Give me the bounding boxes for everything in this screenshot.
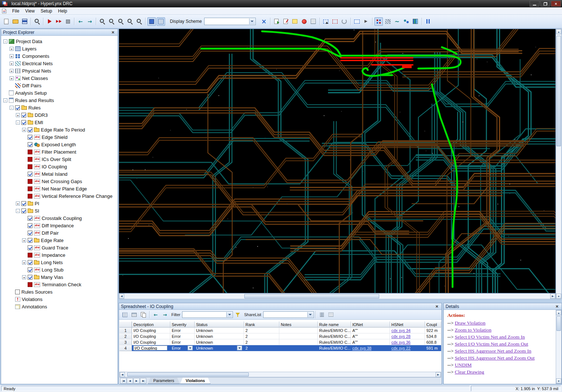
checkbox-checked[interactable]: [21, 209, 26, 213]
pause-button[interactable]: [424, 17, 432, 26]
document-menu-icon[interactable]: [2, 8, 7, 14]
stop-button[interactable]: [64, 17, 72, 26]
menu-item-setup[interactable]: Setup: [38, 8, 55, 14]
tree-item-ddr3[interactable]: +DDR3: [1, 111, 118, 119]
expand-icon[interactable]: +: [10, 62, 14, 66]
scroll-right-icon[interactable]: [550, 294, 555, 299]
checkbox-checked[interactable]: [28, 142, 32, 147]
scroll-up-icon[interactable]: [556, 310, 561, 315]
grid-view-button[interactable]: [327, 311, 335, 319]
canvas-horizontal-scrollbar[interactable]: [119, 293, 556, 299]
checkbox-checked[interactable]: [21, 201, 26, 206]
expand-icon[interactable]: +: [16, 202, 20, 206]
tree-item-metal-island[interactable]: dreMetal Island: [1, 170, 118, 178]
net-link[interactable]: cdx sys 34: [391, 328, 411, 333]
pan-cross-button[interactable]: [260, 17, 268, 26]
column-header-status[interactable]: Status: [195, 321, 244, 328]
zoom-fit-button[interactable]: [126, 17, 134, 26]
expand-icon[interactable]: +: [10, 69, 14, 73]
next-tab-button[interactable]: [133, 378, 140, 384]
tree-item-exposed-length[interactable]: Exposed Length: [1, 141, 118, 148]
run-all-button[interactable]: [55, 17, 63, 26]
restore-button[interactable]: [540, 1, 550, 7]
corner-cell[interactable]: [119, 321, 132, 328]
tree-item-diff-impedance[interactable]: dreDiff Impedance: [1, 222, 118, 229]
action-link-draw-violation[interactable]: Draw Violation: [455, 320, 485, 326]
table-row[interactable]: 3I/O CouplingErrorUnknown2Rules/EMI/IO C…: [119, 339, 441, 345]
checkbox-checked[interactable]: [21, 113, 26, 118]
zoom-area-button[interactable]: [135, 17, 143, 26]
checkbox-checked[interactable]: [28, 216, 32, 221]
tree-item-electrical-nets[interactable]: +Electrical Nets: [1, 60, 118, 67]
tree-item-analysis-setup[interactable]: Analysis Setup: [1, 89, 118, 97]
dashed-box-button[interactable]: [353, 17, 361, 26]
close-icon[interactable]: ×: [554, 304, 560, 309]
hatch-button[interactable]: [384, 17, 392, 26]
tree-item-diff-pair[interactable]: dreDiff Pair: [1, 229, 118, 237]
tree-item-ics-over-split[interactable]: dreICs Over Split: [1, 155, 118, 163]
tree-item-physical-nets[interactable]: +Physical Nets: [1, 67, 118, 74]
net-link[interactable]: cdx sys 36: [391, 340, 411, 344]
action-link-select-i-o-victim-net-and-zoom-out[interactable]: Select I/O Victim Net and Zoom Out: [455, 341, 528, 347]
checkbox-checked[interactable]: [28, 267, 32, 272]
run-button[interactable]: [45, 17, 54, 26]
scroll-up-icon[interactable]: [556, 29, 561, 34]
tree-item-many-vias[interactable]: +Many Vias: [1, 273, 118, 281]
expand-icon[interactable]: +: [10, 47, 14, 51]
tree-item-vertical-reference-plane-change[interactable]: dreVertical Reference Plane Change: [1, 192, 118, 200]
tree-item-filter-placement[interactable]: dreFilter Placement: [1, 148, 118, 155]
back-button[interactable]: [76, 17, 85, 26]
tree-item-si[interactable]: -SI: [1, 207, 118, 214]
tree-item-guard-trace[interactable]: dreGuard Trace: [1, 244, 118, 251]
table-row[interactable]: 1I/O CouplingErrorUnknown2Rules/EMI/IO C…: [119, 328, 441, 333]
tree-item-edge-rate-to-period[interactable]: +Edge Rate To Period: [1, 126, 118, 133]
column-header-rule-name[interactable]: Rule name: [318, 321, 351, 328]
select-area-button[interactable]: [331, 17, 339, 26]
tree-item-edge-shield[interactable]: dreEdge Shield: [1, 133, 118, 141]
pointer-button[interactable]: [362, 17, 370, 26]
column-header-ionet[interactable]: IONet: [351, 321, 390, 328]
canvas-vertical-scrollbar[interactable]: [556, 29, 562, 299]
tree-item-long-nets[interactable]: +Long Nets: [1, 259, 118, 266]
menu-item-file[interactable]: File: [9, 8, 22, 14]
checkbox-unchecked[interactable]: [28, 179, 32, 184]
open-button[interactable]: [11, 17, 20, 26]
print-preview-button[interactable]: [130, 311, 138, 319]
copy-button[interactable]: [139, 311, 147, 319]
comment-button[interactable]: [291, 17, 299, 26]
checkbox-checked[interactable]: [28, 135, 32, 140]
checkbox-checked[interactable]: [28, 275, 32, 280]
tree-item-rules-sources[interactable]: Rules Sources: [1, 288, 118, 295]
spreadsheet-horizontal-scrollbar[interactable]: [119, 372, 441, 377]
tree-item-edge-rate[interactable]: +Edge Rate: [1, 237, 118, 244]
select-net-button[interactable]: [322, 17, 330, 26]
action-link-zoom-to-violation[interactable]: Zoom to Violation: [455, 327, 491, 333]
notes-button[interactable]: [309, 17, 318, 26]
previous-tab-button[interactable]: [127, 378, 133, 384]
tree-item-project-data[interactable]: -Project Data: [1, 38, 118, 45]
find-button[interactable]: [33, 17, 41, 26]
tree-item-emi[interactable]: -EMI: [1, 119, 118, 126]
sheet-properties-button[interactable]: [121, 311, 129, 319]
chevron-down-icon[interactable]: [249, 18, 255, 24]
close-icon[interactable]: ×: [434, 304, 440, 309]
tree-item-components[interactable]: +Components: [1, 52, 118, 60]
checkbox-unchecked[interactable]: [28, 253, 32, 258]
tree-item-net-near-plane-edge[interactable]: dreNet Near Plane Edge: [1, 185, 118, 192]
scroll-down-icon[interactable]: [556, 294, 561, 299]
collapse-icon[interactable]: -: [16, 209, 20, 213]
collapse-icon[interactable]: -: [3, 98, 7, 102]
action-link-clear-drawing[interactable]: Clear Drawing: [455, 369, 484, 375]
scroll-thumb[interactable]: [556, 316, 561, 331]
checkbox-checked[interactable]: [28, 245, 32, 250]
close-button[interactable]: ×: [551, 1, 561, 7]
checkbox-checked[interactable]: [28, 223, 32, 228]
checkbox-checked[interactable]: [28, 172, 32, 176]
zoom-out-button[interactable]: -: [107, 17, 116, 26]
sharelist-combobox[interactable]: [263, 311, 314, 318]
scroll-thumb[interactable]: [244, 294, 379, 298]
action-link-select-i-o-victim-net-and-zoom-in[interactable]: Select I/O Victim Net and Zoom In: [455, 334, 525, 340]
last-tab-button[interactable]: [140, 378, 146, 384]
checkbox-unchecked[interactable]: [15, 290, 20, 294]
minimize-button[interactable]: [530, 1, 540, 7]
